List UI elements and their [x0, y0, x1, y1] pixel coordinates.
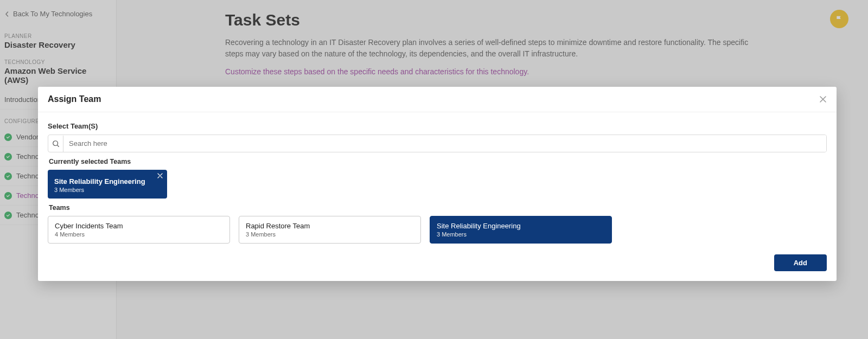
teams-grid: Cyber Incidents Team 4 Members Rapid Res…: [48, 216, 612, 244]
team-name: Cyber Incidents Team: [55, 222, 223, 230]
modal-title: Assign Team: [48, 94, 101, 104]
selected-teams-row: Site Reliability Engineering 3 Members: [48, 170, 827, 199]
team-card-site-reliability[interactable]: Site Reliability Engineering 3 Members: [430, 216, 612, 244]
search-field[interactable]: [48, 135, 827, 152]
add-button[interactable]: Add: [774, 254, 827, 271]
teams-label: Teams: [49, 204, 827, 212]
assign-team-modal: Assign Team Select Team(S) Currently sel…: [38, 87, 837, 281]
modal-body: Select Team(S) Currently selected Teams …: [38, 112, 837, 247]
team-card-cyber-incidents[interactable]: Cyber Incidents Team 4 Members: [48, 216, 230, 244]
select-teams-label: Select Team(S): [48, 122, 827, 130]
team-name: Site Reliability Engineering: [54, 177, 145, 186]
team-members: 4 Members: [55, 231, 223, 238]
selected-team-chip[interactable]: Site Reliability Engineering 3 Members: [48, 170, 167, 199]
team-members: 3 Members: [54, 187, 145, 193]
team-card-rapid-restore[interactable]: Rapid Restore Team 3 Members: [239, 216, 421, 244]
svg-point-18: [53, 140, 58, 145]
remove-team-icon[interactable]: [157, 173, 163, 178]
team-name: Site Reliability Engineering: [437, 222, 605, 230]
team-members: 3 Members: [437, 231, 605, 238]
team-name: Rapid Restore Team: [246, 222, 414, 230]
currently-selected-label: Currently selected Teams: [49, 158, 827, 165]
modal-header: Assign Team: [38, 87, 837, 112]
modal-footer: Add: [38, 247, 837, 281]
search-icon: [48, 136, 63, 152]
search-input[interactable]: [63, 135, 826, 152]
team-members: 3 Members: [246, 231, 414, 238]
close-icon[interactable]: [819, 95, 827, 103]
